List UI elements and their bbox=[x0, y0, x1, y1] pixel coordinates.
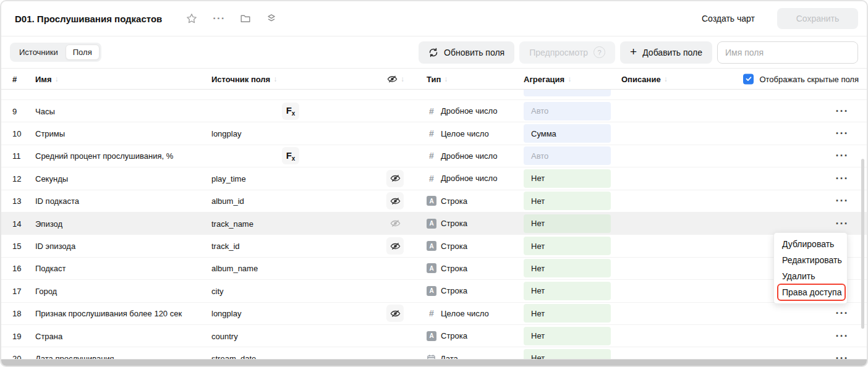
eye-off-icon bbox=[387, 74, 398, 84]
aggregation-select[interactable]: Нет bbox=[524, 237, 611, 255]
field-name[interactable]: Средний процент прослушивания, % bbox=[35, 151, 173, 161]
aggregation-select[interactable]: Нет bbox=[524, 192, 611, 210]
horizontal-scrollbar-track[interactable] bbox=[1, 359, 867, 366]
table-header: # Имя↓ Источник поля↓ ↓ Тип↓ Агрегация↓ … bbox=[1, 69, 867, 90]
field-name[interactable]: ID эпизода bbox=[35, 242, 75, 251]
column-header-aggregation[interactable]: Агрегация↓ bbox=[524, 74, 571, 83]
context-menu-item[interactable]: Дублировать bbox=[774, 236, 847, 252]
field-source: longplay bbox=[211, 129, 241, 138]
table-row[interactable]: 9ЧасыFx#Дробное числоАвто··· bbox=[1, 100, 867, 122]
row-menu-button[interactable]: ··· bbox=[830, 175, 854, 182]
field-type: AСтрока bbox=[427, 219, 467, 229]
sort-down-icon: ↓ bbox=[401, 75, 404, 83]
formula-fx-icon: Fx bbox=[282, 147, 299, 164]
favorite-star-icon[interactable] bbox=[182, 9, 202, 28]
create-chart-button[interactable]: Создать чарт bbox=[698, 13, 759, 24]
page-title: D01. Прослушивания подкастов bbox=[15, 14, 162, 24]
row-menu-button[interactable]: ··· bbox=[830, 310, 854, 316]
context-menu-item[interactable]: Редактировать bbox=[774, 252, 847, 268]
row-menu-button[interactable]: ··· bbox=[830, 130, 854, 137]
table-row[interactable]: 17ГородcityAСтрокаНет··· bbox=[1, 280, 867, 302]
field-name[interactable]: Подкаст bbox=[35, 264, 66, 273]
refresh-fields-button[interactable]: Обновить поля bbox=[419, 41, 514, 64]
aggregation-select[interactable]: Нет bbox=[524, 169, 611, 188]
add-field-button[interactable]: + Добавить поле bbox=[620, 41, 712, 64]
column-header-hidden[interactable]: ↓ bbox=[387, 74, 404, 84]
table-row[interactable]: 13ID подкастаalbum_idAСтрокаНет··· bbox=[1, 190, 867, 213]
field-name[interactable]: Эпизод bbox=[35, 219, 62, 228]
field-name[interactable]: Признак прослушивания более 120 сек bbox=[35, 309, 182, 318]
show-hidden-toggle[interactable]: Отображать скрытые поля bbox=[743, 74, 859, 84]
table-row[interactable]: 10Стримыlongplay#Целое числоСумма··· bbox=[1, 122, 867, 145]
sort-down-icon: ↓ bbox=[568, 75, 571, 83]
table-row[interactable]: 14Эпизодtrack_nameAСтрокаНет··· bbox=[1, 213, 867, 235]
hidden-eye-off-icon[interactable] bbox=[386, 305, 404, 322]
table-row[interactable]: 18Признак прослушивания более 120 секlon… bbox=[1, 303, 867, 325]
row-number: 19 bbox=[12, 331, 21, 340]
field-type: AСтрока bbox=[427, 286, 467, 296]
preview-button[interactable]: Предпросмотр ? bbox=[519, 41, 615, 64]
save-button[interactable]: Сохранить bbox=[777, 8, 858, 29]
row-menu-button[interactable]: ··· bbox=[830, 108, 854, 114]
layers-icon[interactable] bbox=[262, 9, 281, 28]
hidden-eye-off-icon[interactable] bbox=[386, 215, 404, 232]
field-name[interactable]: Часы bbox=[35, 106, 55, 116]
table-row[interactable]: 15ID эпизодаtrack_idAСтрокаНет··· bbox=[1, 235, 867, 257]
field-name[interactable]: Секунды bbox=[35, 174, 68, 183]
tab-fields[interactable]: Поля bbox=[66, 44, 100, 60]
context-menu-item[interactable]: Удалить bbox=[774, 268, 847, 284]
number-type-icon: # bbox=[427, 106, 436, 116]
formula-fx-icon: Fx bbox=[282, 103, 299, 120]
aggregation-select[interactable]: Авто bbox=[524, 146, 611, 165]
row-number: 12 bbox=[12, 174, 21, 183]
column-header-description[interactable]: Описание↓ bbox=[621, 74, 668, 83]
row-menu-button[interactable]: ··· bbox=[830, 221, 854, 227]
aggregation-select[interactable]: Нет bbox=[524, 327, 611, 345]
field-source: track_id bbox=[211, 242, 240, 251]
column-header-name[interactable]: Имя↓ bbox=[35, 74, 59, 83]
table-row[interactable]: 11Средний процент прослушивания, %Fx#Дро… bbox=[1, 145, 867, 167]
show-hidden-label: Отображать скрытые поля bbox=[759, 74, 859, 83]
aggregation-select[interactable]: Сумма bbox=[524, 124, 611, 143]
row-number: 11 bbox=[12, 151, 21, 161]
table-row[interactable]: 19СтранаcountryAСтрокаНет··· bbox=[1, 325, 867, 347]
formula-chip: Fx bbox=[282, 103, 299, 120]
row-number: 18 bbox=[12, 309, 21, 318]
number-type-icon: # bbox=[427, 129, 436, 138]
hidden-eye-off-icon[interactable] bbox=[386, 170, 404, 187]
row-menu-button[interactable]: ··· bbox=[830, 198, 854, 204]
aggregation-select[interactable]: Нет bbox=[524, 304, 611, 323]
show-hidden-checkbox[interactable] bbox=[743, 74, 754, 84]
more-actions-icon[interactable]: ··· bbox=[209, 12, 229, 25]
field-name[interactable]: Стримы bbox=[35, 129, 65, 138]
hidden-eye-off-icon[interactable] bbox=[386, 237, 404, 255]
row-menu-button[interactable]: ··· bbox=[830, 153, 854, 159]
row-menu-button[interactable]: ··· bbox=[830, 333, 854, 339]
aggregation-select[interactable]: Нет bbox=[524, 214, 611, 233]
folder-icon[interactable] bbox=[236, 9, 255, 28]
table-row[interactable]: 12Секундыplay_time#Дробное числоНет··· bbox=[1, 167, 867, 190]
sort-down-icon: ↓ bbox=[55, 75, 59, 83]
context-menu-item[interactable]: Права доступа bbox=[774, 284, 847, 300]
sort-down-icon: ↓ bbox=[664, 75, 668, 83]
field-type: #Целое число bbox=[427, 129, 489, 138]
view-tabs: Источники Поля bbox=[10, 43, 101, 62]
aggregation-select[interactable]: Авто bbox=[524, 102, 611, 120]
fields-table-body: 9ЧасыFx#Дробное числоАвто···10Стримыlong… bbox=[1, 90, 867, 367]
hidden-eye-off-icon[interactable] bbox=[386, 192, 404, 209]
field-name[interactable]: ID подкаста bbox=[35, 196, 79, 206]
plus-icon: + bbox=[630, 46, 637, 57]
field-name[interactable]: Страна bbox=[35, 331, 62, 340]
aggregation-select[interactable]: Нет bbox=[524, 282, 611, 300]
field-name-search-input[interactable] bbox=[717, 41, 858, 64]
table-row[interactable]: 16Подкастalbum_nameAСтрокаНет··· bbox=[1, 258, 867, 280]
table-row-partial bbox=[1, 90, 867, 100]
tab-sources[interactable]: Источники bbox=[12, 44, 66, 60]
column-header-source[interactable]: Источник поля↓ bbox=[211, 74, 277, 83]
field-type: #Дробное число bbox=[427, 106, 497, 116]
field-name[interactable]: Город bbox=[35, 286, 57, 295]
aggregation-select[interactable]: Нет bbox=[524, 259, 611, 277]
row-number: 15 bbox=[12, 242, 21, 251]
column-header-type[interactable]: Тип↓ bbox=[427, 74, 448, 83]
vertical-scrollbar-thumb[interactable] bbox=[861, 159, 864, 329]
